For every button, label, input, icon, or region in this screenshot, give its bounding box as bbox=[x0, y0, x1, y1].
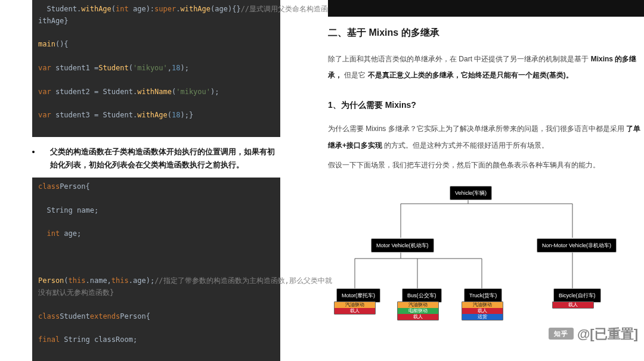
node-bicycle: Bicycle(自行车) bbox=[553, 288, 601, 303]
ability-row: 汽油驱动 bbox=[335, 302, 375, 308]
p1-mid: 但是它 bbox=[344, 71, 366, 79]
ability-row: 运货 bbox=[462, 314, 503, 320]
paragraph-2: 为什么需要 Mixins 多继承？它实际上为了解决单继承所带来的问题，我们很多语… bbox=[328, 121, 644, 154]
node-motor: Motor(摩托车) bbox=[336, 288, 380, 303]
node-bus: Bus(公交车) bbox=[402, 288, 442, 303]
watermark-text: @[已重置] bbox=[577, 323, 638, 344]
node-root: Vehicle(车辆) bbox=[450, 186, 492, 200]
p2-post: 的方式。但是这种方式并不能很好适用于所有场景。 bbox=[384, 141, 549, 150]
code-block-2: classPerson{ String name; int age; Perso… bbox=[32, 178, 280, 361]
p1-text: 除了上面和其他语言类似的单继承外，在 Dart 中还提供了另一继承的机制就是基于 bbox=[328, 55, 591, 63]
paragraph-1: 除了上面和其他语言类似的单继承外，在 Dart 中还提供了另一继承的机制就是基于… bbox=[328, 51, 644, 84]
paragraph-3: 假设一下下面场景，我们把车进行分类，然后下面的颜色条表示各种车辆具有的能力。 bbox=[328, 157, 644, 174]
ability-row: 汽油驱动 bbox=[462, 302, 503, 308]
right-column: 二、基于 Mixins 的多继承 除了上面和其他语言类似的单继承外，在 Dart… bbox=[328, 0, 644, 361]
code-block-1: Student.withAge(int age):super.withAge(a… bbox=[32, 0, 280, 137]
redacted-bar bbox=[328, 0, 644, 17]
watermark: 知乎 @[已重置] bbox=[549, 323, 638, 344]
bullet-dot-icon bbox=[32, 151, 35, 153]
ability-row: 载人 bbox=[398, 314, 438, 320]
left-column: Student.withAge(int age):super.withAge(a… bbox=[0, 0, 280, 361]
node-motor-vehicle: Motor Vehicle(机动车) bbox=[371, 238, 434, 253]
p1-bold-2: 不是真正意义上类的多继承，它始终还是只能有一个超类(基类)。 bbox=[368, 71, 573, 79]
ability-row: 载人 bbox=[462, 308, 503, 314]
ability-stack-bus: 汽油驱动 电能驱动 载人 bbox=[397, 301, 439, 320]
ability-row: 汽油驱动 bbox=[398, 302, 438, 308]
ability-stack-bicycle: 载人 bbox=[552, 301, 594, 309]
node-truck: Truck(货车) bbox=[464, 288, 502, 303]
zhihu-logo-icon: 知乎 bbox=[549, 328, 574, 340]
p2-text: 为什么需要 Mixins 多继承？它实际上为了解决单继承所带来的问题，我们很多语… bbox=[328, 125, 624, 133]
section-heading: 二、基于 Mixins 的多继承 bbox=[328, 25, 644, 41]
bullet-text: 父类的构造函数在子类构造函数体开始执行的位置调用，如果有初始化列表，初始化列表会… bbox=[50, 145, 280, 172]
ability-stack-truck: 汽油驱动 载人 运货 bbox=[462, 301, 503, 320]
ability-stack-motor: 汽油驱动 载人 bbox=[334, 301, 376, 315]
bullet-item: 父类的构造函数在子类构造函数体开始执行的位置调用，如果有初始化列表，初始化列表会… bbox=[32, 137, 280, 178]
ability-row: 电能驱动 bbox=[398, 308, 438, 314]
node-non-motor-vehicle: Non-Motor Vehicle(非机动车) bbox=[537, 238, 617, 253]
ability-row: 载人 bbox=[553, 302, 593, 308]
vehicle-diagram: Vehicle(车辆) Motor Vehicle(机动车) Non-Motor… bbox=[328, 181, 638, 325]
subsection-heading: 1、为什么需要 Mixins? bbox=[328, 98, 644, 111]
ability-row: 载人 bbox=[335, 308, 375, 314]
